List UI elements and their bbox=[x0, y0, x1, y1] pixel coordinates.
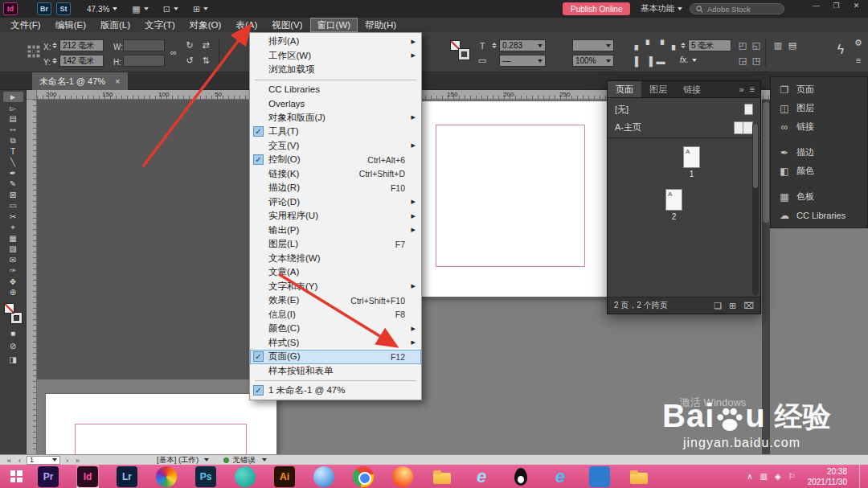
stroke-type-dropdown[interactable]: — bbox=[499, 55, 546, 67]
scrollbar-thumb[interactable] bbox=[763, 102, 769, 223]
window-menu-item-text-wrap[interactable]: 文本绕排(W) bbox=[250, 252, 421, 266]
window-menu-item-overlays[interactable]: Overlays bbox=[250, 96, 421, 111]
menubar-item-type[interactable]: 文字(T) bbox=[137, 18, 182, 32]
scrollbar-thumb[interactable] bbox=[753, 124, 758, 188]
scale-dropdown[interactable]: 100% bbox=[572, 55, 614, 67]
menubar-item-window[interactable]: 窗口(W) bbox=[310, 18, 358, 32]
eyedropper-tool[interactable]: ✑ bbox=[3, 265, 23, 276]
panel-menu-icon[interactable]: ≡ bbox=[852, 54, 865, 66]
taskbar-app-chrome[interactable] bbox=[352, 465, 375, 488]
new-page-button[interactable]: ⊞ bbox=[729, 301, 736, 311]
zoom-tool[interactable]: ⊕ bbox=[3, 287, 23, 297]
constrain-proportions-icon[interactable]: ∞ bbox=[167, 46, 180, 58]
panel-extra-icon-1[interactable]: ▥ bbox=[772, 39, 784, 51]
window-menu-item-arrange[interactable]: 排列(A)▶ bbox=[250, 35, 421, 49]
reference-point-proxy[interactable] bbox=[27, 45, 40, 58]
hand-tool[interactable]: ✥ bbox=[3, 277, 23, 287]
window-menu-item-layers[interactable]: 图层(L)F7 bbox=[250, 237, 421, 252]
taskbar-app-photoshop[interactable]: Ps bbox=[194, 465, 217, 488]
page-tool[interactable]: ▤ bbox=[3, 113, 23, 124]
taskbar-app-edge[interactable]: e bbox=[549, 465, 571, 488]
type-tool[interactable]: T bbox=[3, 146, 23, 157]
tray-icon-3[interactable]: ◈ bbox=[775, 472, 781, 481]
window-menu-item-browse-addons[interactable]: 浏览加载项 bbox=[250, 63, 421, 77]
dock-item-color[interactable]: ◧颜色 bbox=[771, 162, 867, 180]
gap-tool[interactable]: ⇿ bbox=[3, 125, 23, 135]
formatting-affects-text-icon[interactable]: T bbox=[476, 39, 489, 51]
delete-page-button[interactable]: ⌧ bbox=[743, 301, 754, 311]
window-menu-item-control[interactable]: ✓控制(O)Ctrl+Alt+6 bbox=[250, 153, 421, 167]
stroke-weight-spinner[interactable] bbox=[491, 39, 497, 51]
fill-swatch[interactable] bbox=[4, 303, 14, 314]
window-menu-item-buttons-and-forms[interactable]: 样本按钮和表单 bbox=[250, 364, 421, 379]
taskbar-app-premiere[interactable]: Pr bbox=[37, 465, 59, 488]
window-menu-item-styles[interactable]: 样式(S)▶ bbox=[250, 336, 421, 351]
tray-icon-1[interactable]: ∧ bbox=[747, 472, 752, 481]
taskbar-app-browser-orange[interactable] bbox=[391, 465, 414, 488]
y-spinner[interactable] bbox=[51, 55, 58, 67]
window-menu-item-document-window[interactable]: ✓1 未命名-1 @ 47% bbox=[250, 383, 421, 398]
width-field[interactable] bbox=[123, 39, 165, 51]
scissors-tool[interactable]: ✂ bbox=[3, 211, 23, 222]
first-page-button[interactable]: « bbox=[4, 456, 14, 465]
taskbar-app-illustrator[interactable]: Ai bbox=[273, 465, 296, 488]
page-thumbnail[interactable]: A bbox=[665, 189, 682, 211]
pen-tool[interactable]: ✒ bbox=[3, 168, 23, 178]
vertical-ruler[interactable] bbox=[27, 100, 37, 454]
zoom-level-dropdown[interactable]: 47.3% bbox=[87, 5, 117, 14]
flip-horizontal-icon[interactable]: ⇄ bbox=[199, 39, 212, 51]
tray-icon-4[interactable]: ⚐ bbox=[788, 472, 796, 481]
bridge-icon[interactable]: Br bbox=[37, 2, 51, 15]
x-position-field[interactable]: 212 毫米 bbox=[59, 39, 104, 51]
free-transform-tool[interactable]: ⌖ bbox=[3, 222, 23, 232]
taskbar-app-teal-app[interactable] bbox=[234, 465, 256, 488]
page-thumbnail[interactable]: A bbox=[683, 146, 700, 168]
stroke-swatch[interactable] bbox=[11, 313, 22, 323]
wrap-icon-3[interactable]: ◲ bbox=[736, 55, 749, 67]
apply-none-button[interactable]: ⊘ bbox=[3, 341, 23, 351]
preflight-profile-dropdown[interactable]: [基本] (工作) bbox=[157, 455, 209, 465]
taskbar-app-app-blue[interactable] bbox=[588, 465, 611, 488]
last-page-button[interactable]: » bbox=[72, 456, 83, 465]
panel-menu-icon[interactable]: ≡ bbox=[750, 84, 755, 94]
window-menu-item-cc-libraries[interactable]: CC Libraries bbox=[250, 83, 421, 97]
menubar-item-edit[interactable]: 编辑(E) bbox=[48, 18, 93, 32]
direct-selection-tool[interactable]: ▻ bbox=[3, 103, 23, 113]
corner-size-field[interactable]: 5 毫米 bbox=[688, 39, 731, 51]
stroke-weight-dropdown[interactable]: 0.283 bbox=[499, 39, 546, 51]
quick-apply-lightning-icon[interactable]: ϟ bbox=[834, 43, 847, 55]
edit-page-size-button[interactable]: ❏ bbox=[714, 301, 722, 311]
dock-item-links[interactable]: ∞链接 bbox=[771, 117, 867, 136]
menubar-item-view[interactable]: 视图(V) bbox=[264, 18, 309, 32]
window-menu-item-links[interactable]: 链接(K)Ctrl+Shift+D bbox=[250, 167, 421, 182]
wrap-icon-1[interactable]: ◰ bbox=[736, 39, 749, 51]
window-menu-item-comments[interactable]: 评论(D)▶ bbox=[250, 195, 421, 210]
note-tool[interactable]: ✉ bbox=[3, 255, 23, 265]
preflight-status[interactable]: 无错误 bbox=[223, 455, 267, 465]
ruler-origin[interactable] bbox=[27, 90, 37, 100]
view-options-button[interactable]: ▦ bbox=[132, 4, 148, 14]
y-position-field[interactable]: 142 毫米 bbox=[59, 55, 104, 67]
effects-target-dropdown[interactable] bbox=[572, 39, 614, 51]
panel-tab-layers[interactable]: 图层 bbox=[641, 81, 675, 97]
dock-item-layers[interactable]: ◫图层 bbox=[771, 99, 867, 117]
tray-icon-2[interactable]: ▥ bbox=[760, 472, 768, 481]
rotate-cw-icon[interactable]: ↻ bbox=[183, 39, 196, 51]
window-menu-item-tools[interactable]: ✓工具(T) bbox=[250, 125, 421, 139]
taskbar-app-indesign[interactable]: Id bbox=[76, 465, 99, 488]
workspace-switcher[interactable]: 基本功能 bbox=[641, 3, 682, 14]
window-menu-item-stroke[interactable]: 描边(R)F10 bbox=[250, 181, 421, 195]
minimize-button[interactable]: — bbox=[806, 0, 826, 11]
taskbar-app-folder[interactable] bbox=[431, 465, 453, 488]
menubar-item-help[interactable]: 帮助(H) bbox=[358, 18, 403, 32]
screen-mode-button[interactable]: ⊡ bbox=[163, 4, 178, 14]
menubar-item-layout[interactable]: 版面(L) bbox=[93, 18, 137, 32]
window-menu-item-effects[interactable]: 效果(E)Ctrl+Shift+F10 bbox=[250, 293, 421, 308]
dock-item-stroke[interactable]: ✒描边 bbox=[771, 143, 867, 162]
effects-fx-button[interactable]: fx. bbox=[680, 55, 697, 64]
close-button[interactable]: ✕ bbox=[846, 0, 866, 11]
tab-close-icon[interactable]: × bbox=[115, 76, 120, 86]
align-icon-4[interactable]: ▗ bbox=[665, 39, 678, 51]
dock-item-pages[interactable]: ❐页面 bbox=[771, 80, 867, 99]
taskbar-app-photos[interactable] bbox=[155, 465, 178, 488]
